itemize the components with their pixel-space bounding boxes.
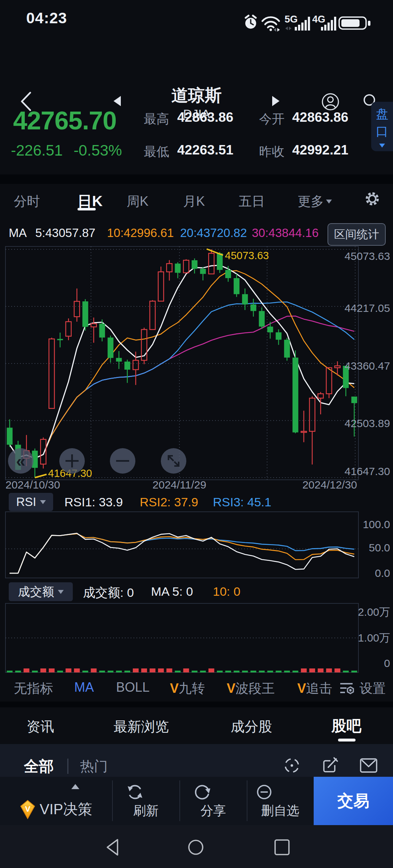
- forum-bar: 全部 热门: [0, 744, 393, 777]
- section-divider-2: [0, 702, 393, 707]
- tab-monthly-k[interactable]: 月K: [183, 193, 205, 210]
- expand-icon: [166, 453, 182, 469]
- volume-values: 成交额: 0 MA 5: 0 10: 0: [0, 584, 393, 600]
- kline-svg: 45073.6344217.0543360.4742503.8941647.30…: [0, 240, 393, 494]
- more-label: 更多: [298, 193, 324, 210]
- android-nav-bar: [0, 825, 393, 868]
- tab-forum[interactable]: 股吧: [332, 716, 361, 736]
- pankou-panel[interactable]: 盘 口: [371, 102, 393, 151]
- refresh-button[interactable]: 刷新: [126, 783, 166, 819]
- share-button[interactable]: 分享: [193, 783, 234, 819]
- tab-components[interactable]: 成分股: [231, 718, 272, 736]
- volume-ma5: MA 5: 0: [151, 584, 193, 599]
- last-price: 42765.70: [13, 106, 116, 135]
- indicator-jiuzhuan[interactable]: V九转: [170, 680, 205, 698]
- compose-icon[interactable]: [322, 756, 340, 775]
- high-value: 42863.86: [177, 110, 233, 125]
- fullscreen-button[interactable]: [161, 448, 186, 474]
- tab-five-day[interactable]: 五日: [239, 193, 265, 210]
- zoom-in-button[interactable]: [59, 448, 85, 474]
- svg-text:50.0: 50.0: [369, 542, 390, 554]
- collapse-caret-icon[interactable]: [71, 784, 79, 789]
- ma20-value: 20:43720.82: [180, 226, 247, 240]
- filter-all[interactable]: 全部: [24, 756, 54, 776]
- rewind-button[interactable]: «: [8, 448, 33, 474]
- status-bar: 04:23 5G 4G: [0, 0, 393, 33]
- discover-icon[interactable]: [283, 756, 301, 775]
- svg-text:45073.63: 45073.63: [345, 250, 390, 262]
- indicator-boduanwang[interactable]: V波段王: [227, 680, 275, 698]
- indicator-settings-label[interactable]: 设置: [360, 680, 386, 698]
- pankou-char-2: 口: [376, 123, 388, 140]
- tab-daily-k-underline: [78, 208, 96, 210]
- nav-home-icon[interactable]: [187, 839, 204, 856]
- battery-icon: [338, 16, 371, 31]
- content-tab-bar: 资讯 最新浏览 成分股 股吧: [0, 707, 393, 744]
- tab-minute[interactable]: 分时: [14, 193, 40, 210]
- volume-svg: 2.00万1.00万0: [0, 602, 393, 674]
- remove-watchlist-label: 删自选: [255, 802, 306, 819]
- tab-recent[interactable]: 最新浏览: [114, 718, 169, 736]
- plus-icon: [64, 453, 80, 469]
- svg-text:41647.30: 41647.30: [345, 465, 390, 477]
- rsi-svg: 100.050.00.0: [0, 509, 393, 582]
- indicator-boll[interactable]: BOLL: [116, 680, 150, 695]
- change-percent: -0.53%: [74, 142, 122, 159]
- nav-back-icon[interactable]: [104, 838, 121, 856]
- volume-ma10: 10: 0: [213, 584, 241, 599]
- indicator-zhuiji[interactable]: V追击: [297, 680, 332, 698]
- settings-gear-icon[interactable]: [364, 190, 381, 207]
- indicator-ma[interactable]: MA: [74, 680, 94, 695]
- zoom-out-button[interactable]: [110, 448, 135, 474]
- divider: [112, 780, 113, 821]
- svg-text:2024/12/30: 2024/12/30: [302, 479, 357, 491]
- divider: [179, 780, 180, 821]
- filter-divider: [67, 759, 68, 774]
- indicator-none[interactable]: 无指标: [14, 680, 53, 698]
- period-tab-bar: 分时 日K 周K 月K 五日 更多: [0, 184, 393, 217]
- change-value: -226.51: [11, 142, 63, 159]
- volume-chart[interactable]: 2.00万1.00万0: [0, 602, 393, 674]
- svg-text:4G: 4G: [312, 14, 325, 25]
- signal-4g-icon: 4G: [312, 13, 336, 33]
- high-label: 最高: [144, 110, 169, 128]
- filter-hot[interactable]: 热门: [80, 757, 108, 776]
- svg-text:0.0: 0.0: [375, 567, 390, 579]
- rsi3-value: RSI3: 45.1: [213, 495, 271, 509]
- prev-close-label: 昨收: [259, 143, 285, 160]
- pankou-caret-icon: [379, 144, 385, 148]
- low-value: 42263.51: [177, 142, 233, 158]
- prev-close-value: 42992.21: [292, 142, 348, 158]
- section-divider: [0, 174, 393, 184]
- signal-5g-icon: 5G: [285, 13, 310, 33]
- trade-button[interactable]: 交易: [314, 777, 393, 825]
- quote-section: 42765.70 -226.51 -0.53% 最高 42863.86 今开 4…: [0, 92, 393, 174]
- candlestick-layer: [7, 249, 357, 478]
- nav-recents-icon[interactable]: [274, 839, 290, 856]
- low-label: 最低: [144, 143, 169, 160]
- ma30-value: 30:43844.16: [252, 226, 319, 240]
- tab-news[interactable]: 资讯: [27, 718, 54, 736]
- indicator-settings-icon[interactable]: [339, 680, 356, 697]
- more-caret-icon: [326, 200, 332, 204]
- ma5-value: 5:43057.87: [35, 226, 95, 240]
- rsi2-value: RSI2: 37.9: [140, 495, 198, 509]
- ma10-value: 10:42996.61: [107, 226, 174, 240]
- header: 道琼斯 DJIA: [0, 33, 393, 92]
- refresh-icon: [126, 783, 144, 801]
- remove-watchlist-button[interactable]: 删自选: [255, 783, 306, 819]
- pankou-char-1: 盘: [376, 106, 388, 122]
- svg-text:100.0: 100.0: [363, 518, 390, 530]
- volume-value: 成交额: 0: [83, 584, 134, 601]
- vip-decision-button[interactable]: V VIP决策: [20, 799, 92, 819]
- tab-more[interactable]: 更多: [298, 193, 332, 210]
- mail-icon[interactable]: [360, 757, 378, 774]
- svg-text:0: 0: [384, 657, 390, 669]
- rsi1-value: RSI1: 33.9: [64, 495, 123, 509]
- rsi-chart[interactable]: 100.050.00.0: [0, 509, 393, 582]
- tab-weekly-k[interactable]: 周K: [127, 193, 148, 210]
- svg-text:2024/11/29: 2024/11/29: [152, 479, 206, 491]
- vip-label: VIP决策: [40, 799, 92, 819]
- svg-text:5G: 5G: [285, 14, 298, 25]
- kline-chart[interactable]: 45073.6344217.0543360.4742503.8941647.30…: [0, 240, 393, 494]
